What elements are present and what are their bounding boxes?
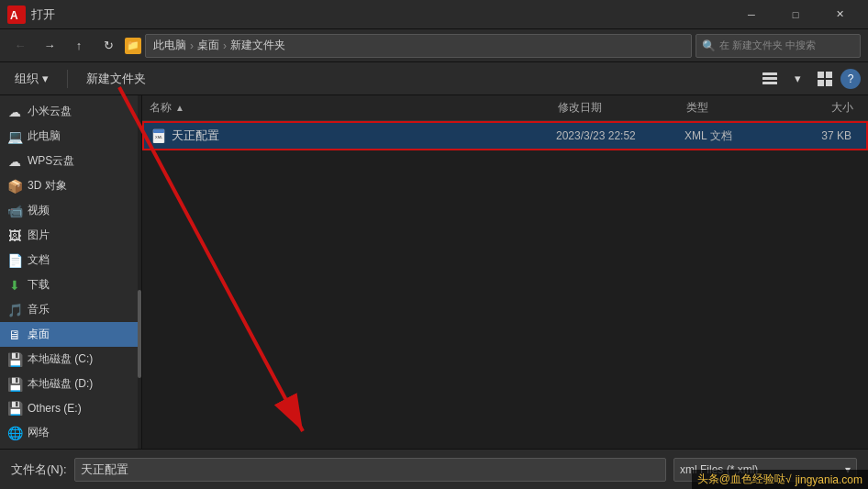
window-title: 打开 <box>31 6 730 23</box>
file-name-cell: XML 天正配置 <box>151 128 556 144</box>
maximize-button[interactable]: □ <box>774 0 817 29</box>
sidebar-label-desktop: 桌面 <box>28 327 50 342</box>
breadcrumb-sep-1: › <box>190 39 194 52</box>
download-icon: ⬇ <box>7 278 22 293</box>
view-tiles-button[interactable] <box>813 67 837 91</box>
sort-icon: ▲ <box>175 103 184 113</box>
window-controls: ─ □ ✕ <box>730 0 861 29</box>
sidebar-label-xiaomi: 小米云盘 <box>28 104 72 119</box>
title-bar: A 打开 ─ □ ✕ <box>0 0 868 29</box>
refresh-button[interactable]: ↻ <box>95 33 121 59</box>
search-icon: 🔍 <box>702 39 716 52</box>
file-size-cell: 37 KB <box>795 129 859 142</box>
search-box[interactable]: 🔍 在 新建文件夹 中搜索 <box>696 34 861 58</box>
new-folder-button[interactable]: 新建文件夹 <box>79 67 153 91</box>
search-placeholder: 在 新建文件夹 中搜索 <box>719 39 816 52</box>
file-date-cell: 2023/3/23 22:52 <box>556 129 684 142</box>
pc-icon: 💻 <box>7 129 22 144</box>
sidebar-label-wps: WPS云盘 <box>28 153 74 169</box>
col-header-date[interactable]: 修改日期 <box>558 100 686 116</box>
sidebar-label-local-d: 本地磁盘 (D:) <box>28 376 93 392</box>
disk-e-icon: 💾 <box>7 401 22 416</box>
toolbar: 组织 ▾ 新建文件夹 ▾ ? <box>0 62 868 95</box>
close-button[interactable]: ✕ <box>818 0 861 29</box>
filename-label: 文件名(N): <box>11 461 67 478</box>
svg-rect-3 <box>762 77 777 80</box>
sidebar-label-music: 音乐 <box>28 302 50 317</box>
file-list-header: 名称 ▲ 修改日期 类型 大小 <box>142 95 868 121</box>
sidebar-label-pictures: 图片 <box>28 228 50 243</box>
breadcrumb-desktop[interactable]: 桌面 <box>197 38 219 53</box>
sidebar-label-videos: 视频 <box>28 203 50 218</box>
music-icon: 🎵 <box>7 303 22 317</box>
col-header-size[interactable]: 大小 <box>796 100 861 116</box>
sidebar-label-others: Others (E:) <box>28 402 82 415</box>
breadcrumb-sep-2: › <box>223 39 227 52</box>
picture-icon: 🖼 <box>7 228 22 243</box>
sidebar-scrollbar-track[interactable] <box>138 95 141 449</box>
breadcrumb-pc[interactable]: 此电脑 <box>153 38 186 53</box>
file-type-cell: XML 文档 <box>684 128 795 144</box>
breadcrumb[interactable]: 此电脑 › 桌面 › 新建文件夹 <box>145 34 692 58</box>
sidebar-item-music[interactable]: 🎵 音乐 <box>0 297 141 322</box>
view-details-button[interactable] <box>758 67 782 91</box>
sidebar-label-3d: 3D 对象 <box>28 178 67 194</box>
sidebar-item-this-pc[interactable]: 💻 此电脑 <box>0 124 141 149</box>
sidebar-label-local-c: 本地磁盘 (C:) <box>28 351 93 367</box>
svg-rect-7 <box>818 80 824 86</box>
sidebar-item-downloads[interactable]: ⬇ 下载 <box>0 272 141 297</box>
svg-rect-6 <box>826 72 832 78</box>
sidebar-item-others-e[interactable]: 💾 Others (E:) <box>0 396 141 420</box>
file-name-text: 天正配置 <box>172 128 219 144</box>
sidebar-item-network[interactable]: 🌐 网络 <box>0 420 141 445</box>
sidebar-label-pc: 此电脑 <box>28 128 61 144</box>
file-row[interactable]: XML 天正配置 2023/3/23 22:52 XML 文档 37 KB <box>142 121 868 150</box>
help-button[interactable]: ? <box>840 69 861 89</box>
sidebar-item-3d[interactable]: 📦 3D 对象 <box>0 173 141 198</box>
main-layout: ☁ 小米云盘 💻 此电脑 ☁ WPS云盘 📦 3D 对象 📹 视频 🖼 图片 📄… <box>0 95 868 449</box>
new-folder-label: 新建文件夹 <box>86 71 146 87</box>
sidebar-label-documents: 文档 <box>28 252 50 268</box>
svg-rect-4 <box>762 82 777 84</box>
sidebar-scrollbar-thumb[interactable] <box>138 290 141 378</box>
xml-file-icon: XML <box>151 128 166 143</box>
organize-label: 组织 ▾ <box>15 71 49 87</box>
file-area: 名称 ▲ 修改日期 类型 大小 XML 天正配置 2023/3/23 22:52… <box>142 95 868 449</box>
forward-button[interactable]: → <box>37 33 62 59</box>
sidebar-item-pictures[interactable]: 🖼 图片 <box>0 223 141 248</box>
sidebar-item-videos[interactable]: 📹 视频 <box>0 198 141 223</box>
sidebar-label-downloads: 下载 <box>28 277 50 293</box>
3d-icon: 📦 <box>7 179 22 194</box>
svg-rect-5 <box>818 72 824 78</box>
watermark: 头条@血色经验哒√ jingyania.com <box>692 470 868 489</box>
view-dropdown-button[interactable]: ▾ <box>785 67 809 91</box>
sidebar-item-local-d[interactable]: 💾 本地磁盘 (D:) <box>0 372 141 396</box>
svg-text:A: A <box>10 9 18 22</box>
watermark-site: jingyania.com <box>796 473 862 486</box>
breadcrumb-folder-icon: 📁 <box>125 38 141 54</box>
desktop-icon: 🖥 <box>7 328 22 342</box>
sidebar-item-documents[interactable]: 📄 文档 <box>0 248 141 272</box>
sidebar-label-network: 网络 <box>28 425 50 440</box>
col-header-type[interactable]: 类型 <box>686 100 796 116</box>
filename-input[interactable] <box>74 458 666 482</box>
col-header-name[interactable]: 名称 ▲ <box>150 100 558 116</box>
organize-button[interactable]: 组织 ▾ <box>7 67 56 91</box>
minimize-button[interactable]: ─ <box>730 0 773 29</box>
video-icon: 📹 <box>7 204 22 218</box>
breadcrumb-folder[interactable]: 新建文件夹 <box>230 38 285 53</box>
cloud-icon: ☁ <box>7 105 22 119</box>
toolbar-right: ▾ ? <box>758 67 861 91</box>
sidebar-item-wps-cloud[interactable]: ☁ WPS云盘 <box>0 149 141 173</box>
wps-icon: ☁ <box>7 154 22 169</box>
app-icon: A <box>7 6 26 24</box>
back-button[interactable]: ← <box>7 33 33 59</box>
sidebar-item-xiaomi-cloud[interactable]: ☁ 小米云盘 <box>0 99 141 124</box>
sidebar-item-local-c[interactable]: 💾 本地磁盘 (C:) <box>0 347 141 372</box>
svg-text:XML: XML <box>155 135 163 139</box>
network-icon: 🌐 <box>7 426 22 440</box>
sidebar-item-desktop[interactable]: 🖥 桌面 <box>0 322 141 347</box>
address-bar: ← → ↑ ↻ 📁 此电脑 › 桌面 › 新建文件夹 🔍 在 新建文件夹 中搜索 <box>0 29 868 62</box>
up-button[interactable]: ↑ <box>66 33 92 59</box>
disk-d-icon: 💾 <box>7 377 22 392</box>
